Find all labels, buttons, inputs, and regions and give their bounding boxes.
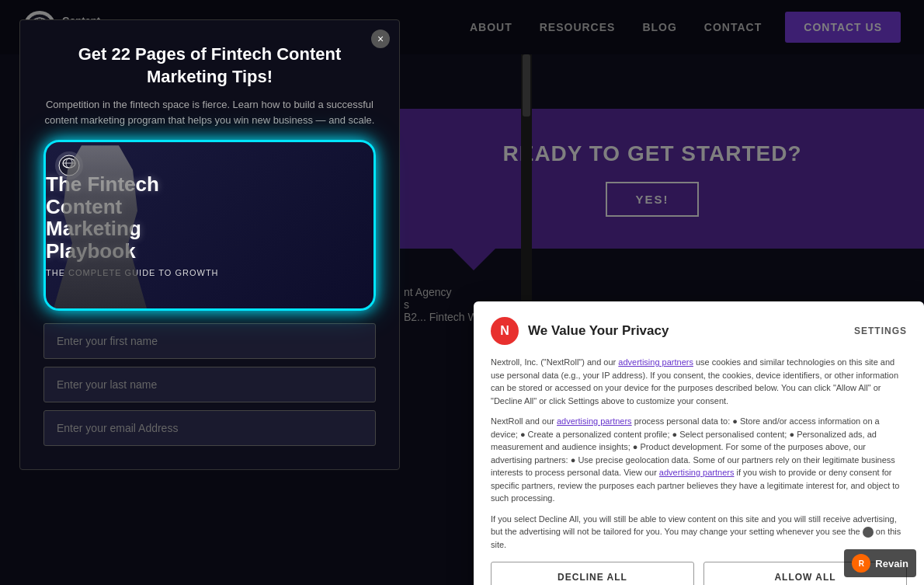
popup-title: Get 22 Pages of Fintech Content Marketin… [43, 44, 376, 88]
privacy-link-2[interactable]: advertising partners [557, 416, 632, 426]
privacy-settings-link[interactable]: SETTINGS [854, 326, 907, 336]
decline-all-button[interactable]: DECLINE ALL [491, 562, 694, 585]
privacy-body-2: NextRoll and our advertising partners pr… [491, 415, 907, 505]
first-name-input[interactable] [43, 323, 376, 359]
privacy-icon [863, 527, 874, 538]
privacy-body-3: If you select Decline All, you will stil… [491, 513, 907, 552]
popup-image: The Fintech Content Marketing Playbook T… [43, 140, 376, 311]
revain-icon: R [852, 554, 870, 573]
privacy-link-1[interactable]: advertising partners [618, 357, 693, 367]
privacy-body-1: Nextroll, Inc. ("NextRoll") and our adve… [491, 356, 907, 407]
privacy-logo-icon: N [491, 317, 519, 345]
person-silhouette [54, 145, 147, 308]
privacy-header: N We Value Your Privacy SETTINGS [491, 317, 907, 345]
privacy-link-3[interactable]: advertising partners [659, 468, 735, 477]
email-input[interactable] [43, 410, 376, 446]
revain-label: Revain [875, 558, 908, 569]
last-name-input[interactable] [43, 367, 376, 402]
privacy-title: We Value Your Privacy [528, 323, 845, 339]
revain-badge: R Revain [844, 549, 916, 577]
popup-subtitle: Competition in the fintech space is fier… [43, 97, 376, 127]
privacy-modal: N We Value Your Privacy SETTINGS Nextrol… [474, 301, 924, 585]
popup-modal: × Get 22 Pages of Fintech Content Market… [19, 19, 400, 470]
popup-close-button[interactable]: × [371, 30, 390, 48]
